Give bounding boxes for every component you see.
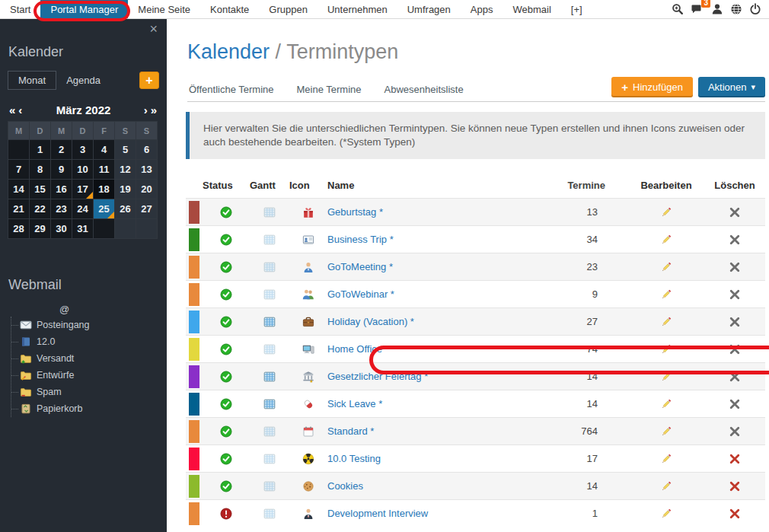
calendar-tab-monat[interactable]: Monat — [8, 71, 56, 90]
edit-pencil-icon[interactable] — [660, 261, 672, 273]
nav-item-plus[interactable]: [+] — [561, 0, 592, 18]
gantt-icon[interactable] — [263, 398, 276, 410]
edit-pencil-icon[interactable] — [660, 343, 672, 355]
termintyp-link[interactable]: Development Interview — [327, 508, 428, 519]
edit-pencil-icon[interactable] — [660, 206, 672, 218]
edit-pencil-icon[interactable] — [660, 425, 672, 438]
calendar-day-19[interactable]: 19 — [115, 180, 136, 199]
edit-pencil-icon[interactable] — [660, 480, 672, 492]
termintyp-link[interactable]: GoToMeeting * — [327, 261, 393, 272]
calendar-day-3[interactable]: 3 — [72, 140, 94, 160]
edit-pencil-icon[interactable] — [660, 398, 672, 410]
calendar-day-28[interactable]: 28 — [8, 219, 30, 239]
calendar-day-23[interactable]: 23 — [51, 199, 72, 219]
nav-item-webmail[interactable]: Webmail — [503, 0, 560, 18]
delete-x-icon[interactable] — [729, 343, 741, 355]
calendar-day-13[interactable]: 13 — [136, 160, 158, 180]
calendar-day-7[interactable]: 7 — [8, 160, 30, 180]
calendar-day-27[interactable]: 27 — [136, 199, 158, 219]
breadcrumb-section[interactable]: Kalender — [187, 40, 270, 63]
calendar-day-16[interactable]: 16 — [51, 180, 72, 199]
calendar-prev-buttons[interactable]: «‹ — [9, 104, 23, 116]
calendar-add-button[interactable]: + — [139, 72, 159, 89]
gantt-icon[interactable] — [263, 234, 276, 246]
chat-icon[interactable]: 3 — [691, 3, 704, 15]
calendar-day-29[interactable]: 29 — [30, 219, 51, 239]
calendar-day-15[interactable]: 15 — [30, 180, 51, 199]
delete-x-icon[interactable] — [729, 425, 741, 438]
gantt-icon[interactable] — [263, 206, 276, 218]
search-icon[interactable] — [672, 3, 684, 15]
edit-pencil-icon[interactable] — [660, 288, 672, 301]
edit-pencil-icon[interactable] — [660, 316, 672, 328]
delete-x-icon[interactable] — [729, 234, 741, 246]
calendar-day-26[interactable]: 26 — [115, 199, 136, 219]
calendar-day-8[interactable]: 8 — [30, 160, 51, 180]
calendar-day-4[interactable]: 4 — [94, 140, 115, 160]
delete-x-icon[interactable] — [729, 261, 741, 273]
termintyp-link[interactable]: Standard * — [327, 425, 374, 437]
close-icon[interactable]: × — [149, 22, 158, 36]
nav-item-start[interactable]: Start — [0, 0, 40, 18]
termintyp-link[interactable]: 10.0 Testing — [327, 453, 381, 464]
calendar-day-10[interactable]: 10 — [72, 160, 94, 180]
delete-x-icon[interactable] — [729, 371, 741, 383]
termintyp-link[interactable]: Holiday (Vacation) * — [327, 316, 414, 327]
gantt-icon[interactable] — [263, 316, 276, 328]
tab-öffentliche-termine[interactable]: Öffentliche Termine — [189, 84, 274, 95]
nav-item-gruppen[interactable]: Gruppen — [259, 0, 317, 18]
termintyp-link[interactable]: Geburtstag * — [327, 206, 383, 218]
calendar-tab-agenda[interactable]: Agenda — [56, 72, 110, 89]
termintyp-link[interactable]: Sick Leave * — [327, 398, 382, 409]
user-icon[interactable] — [711, 3, 723, 15]
calendar-day-11[interactable]: 11 — [94, 160, 115, 180]
calendar-day-21[interactable]: 21 — [8, 199, 30, 219]
termintyp-link[interactable]: GoToWebinar * — [327, 288, 394, 300]
gantt-icon[interactable] — [263, 480, 276, 492]
calendar-day-6[interactable]: 6 — [136, 140, 158, 160]
calendar-day-2[interactable]: 2 — [51, 140, 72, 160]
calendar-day-1[interactable]: 1 — [30, 140, 51, 160]
nav-item-kontakte[interactable]: Kontakte — [200, 0, 259, 18]
nav-item-apps[interactable]: Apps — [461, 0, 503, 18]
tab-meine-termine[interactable]: Meine Termine — [297, 84, 362, 95]
webmail-folder-versandt[interactable]: Versandt — [11, 350, 167, 367]
calendar-day-5[interactable]: 5 — [115, 140, 136, 160]
calendar-day-25[interactable]: 25 — [94, 199, 115, 219]
termintyp-link[interactable]: Business Trip * — [327, 234, 394, 245]
nav-item-umfragen[interactable]: Umfragen — [397, 0, 461, 18]
calendar-day-31[interactable]: 31 — [72, 219, 94, 239]
tab-abwesenheitsliste[interactable]: Abwesenheitsliste — [384, 84, 464, 95]
webmail-folder-entwürfe[interactable]: Entwürfe — [11, 367, 167, 384]
gantt-icon[interactable] — [263, 288, 276, 301]
gantt-icon[interactable] — [263, 261, 276, 273]
power-icon[interactable] — [749, 3, 761, 15]
delete-x-icon[interactable] — [729, 288, 741, 301]
nav-item-portal-manager[interactable]: Portal Manager — [40, 0, 128, 18]
calendar-day-20[interactable]: 20 — [136, 180, 158, 199]
delete-x-icon[interactable] — [729, 316, 741, 328]
add-button[interactable]: + Hinzufügen — [611, 77, 693, 97]
calendar-day-12[interactable]: 12 — [115, 160, 136, 180]
gantt-icon[interactable] — [263, 343, 276, 355]
delete-x-icon[interactable] — [729, 398, 741, 410]
delete-x-icon[interactable] — [729, 453, 741, 465]
calendar-day-18[interactable]: 18 — [94, 180, 115, 199]
delete-x-icon[interactable] — [729, 206, 741, 218]
gantt-icon[interactable] — [263, 371, 276, 383]
delete-x-icon[interactable] — [729, 508, 741, 520]
termintyp-link[interactable]: Cookies — [327, 480, 363, 492]
webmail-folder-papierkorb[interactable]: Papierkorb — [11, 400, 167, 417]
edit-pencil-icon[interactable] — [660, 234, 672, 246]
gantt-icon[interactable] — [263, 508, 276, 520]
gantt-icon[interactable] — [263, 425, 276, 438]
edit-pencil-icon[interactable] — [660, 371, 672, 383]
gantt-icon[interactable] — [263, 453, 276, 465]
nav-item-unternehmen[interactable]: Unternehmen — [317, 0, 397, 18]
calendar-day-17[interactable]: 17 — [72, 180, 94, 199]
actions-button[interactable]: Aktionen ▾ — [698, 77, 765, 97]
calendar-next-buttons[interactable]: ›» — [144, 104, 158, 116]
nav-item-meine-seite[interactable]: Meine Seite — [128, 0, 200, 18]
calendar-day-22[interactable]: 22 — [30, 199, 51, 219]
globe-icon[interactable] — [730, 3, 742, 15]
